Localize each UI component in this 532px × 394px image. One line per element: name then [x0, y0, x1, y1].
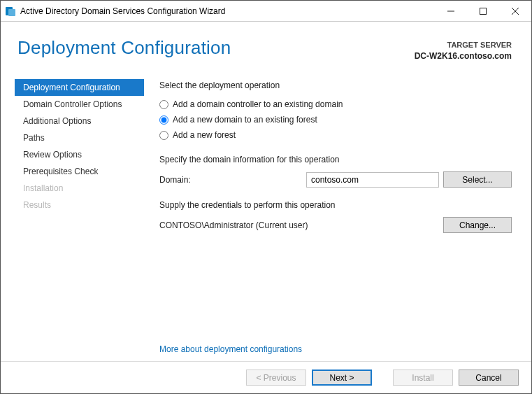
step-deployment-configuration[interactable]: Deployment Configuration	[15, 79, 144, 96]
select-button[interactable]: Select...	[443, 171, 512, 188]
radio-label: Add a new domain to an existing forest	[173, 115, 317, 125]
target-server-name: DC-W2K16.contoso.com	[415, 50, 512, 62]
step-prerequisites-check[interactable]: Prerequisites Check	[15, 163, 144, 180]
radio-input-new-forest[interactable]	[159, 131, 168, 140]
radio-add-dc-existing-domain[interactable]: Add a domain controller to an existing d…	[159, 97, 512, 111]
app-icon	[5, 6, 16, 17]
domain-input[interactable]	[306, 172, 439, 188]
svg-rect-1	[8, 9, 15, 16]
step-domain-controller-options[interactable]: Domain Controller Options	[15, 96, 144, 113]
radio-add-domain-existing-forest[interactable]: Add a new domain to an existing forest	[159, 113, 512, 127]
radio-label: Add a domain controller to an existing d…	[173, 99, 343, 109]
install-button: Install	[393, 370, 453, 386]
domain-label: Domain:	[159, 175, 306, 185]
step-review-options[interactable]: Review Options	[15, 146, 144, 163]
domain-info-section-label: Specify the domain information for this …	[159, 155, 512, 164]
credentials-value: CONTOSO\Administrator (Current user)	[159, 220, 308, 230]
cancel-button[interactable]: Cancel	[459, 370, 519, 386]
content-panel: Select the deployment operation Add a do…	[144, 79, 531, 361]
minimize-button[interactable]	[435, 1, 467, 21]
step-installation: Installation	[15, 180, 144, 197]
svg-rect-3	[480, 8, 487, 14]
page-header: Deployment Configuration TARGET SERVER D…	[1, 22, 531, 79]
step-additional-options[interactable]: Additional Options	[15, 113, 144, 129]
operation-section-label: Select the deployment operation	[159, 80, 512, 90]
wizard-footer: < Previous Next > Install Cancel	[1, 361, 531, 393]
radio-input-add-dc[interactable]	[159, 100, 168, 109]
title-bar: Active Directory Domain Services Configu…	[1, 1, 531, 22]
close-button[interactable]	[499, 1, 531, 21]
step-paths[interactable]: Paths	[15, 129, 144, 146]
more-about-link[interactable]: More about deployment configurations	[159, 344, 302, 354]
next-button[interactable]: Next >	[312, 370, 372, 386]
radio-input-add-domain[interactable]	[159, 115, 168, 125]
target-server-label: TARGET SERVER	[415, 40, 512, 50]
step-results: Results	[15, 197, 144, 213]
wizard-steps: Deployment Configuration Domain Controll…	[15, 79, 144, 361]
radio-add-new-forest[interactable]: Add a new forest	[159, 128, 512, 142]
radio-label: Add a new forest	[173, 130, 236, 140]
target-server: TARGET SERVER DC-W2K16.contoso.com	[415, 37, 512, 62]
change-button[interactable]: Change...	[443, 217, 512, 233]
credentials-section-label: Supply the credentials to perform this o…	[159, 200, 512, 210]
previous-button: < Previous	[246, 370, 306, 386]
page-title: Deployment Configuration	[17, 37, 231, 59]
window-title: Active Directory Domain Services Configu…	[20, 6, 225, 16]
maximize-button[interactable]	[467, 1, 499, 21]
